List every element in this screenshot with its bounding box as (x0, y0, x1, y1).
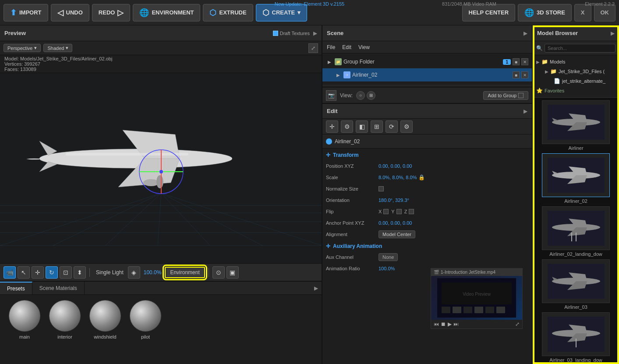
shaded-select[interactable]: Shaded ▾ (43, 44, 72, 52)
transform-btn[interactable]: ✛ (326, 120, 338, 133)
tree-group-folder[interactable]: ▶ 📁 Group Folder 1 ■ ✕ (322, 55, 532, 68)
material-item[interactable]: main (9, 300, 40, 339)
thumb-item-airliner-02[interactable]: Airliner_02 (541, 153, 611, 204)
edit-expand-button[interactable]: ▶ (523, 108, 527, 114)
tab-scene-materials[interactable]: Scene Materials (32, 282, 85, 294)
tree-expand-icon[interactable]: ▶ (326, 58, 333, 65)
tree-airliner-02[interactable]: ▶ ✈ Airliner_02 ■ ✕ (322, 68, 532, 81)
scene-expand-button[interactable]: ▶ (523, 30, 527, 36)
perspective-select[interactable]: Perspective ▾ (4, 44, 41, 52)
flip-label: Flip (326, 209, 378, 214)
redo-icon: ▷ (117, 8, 124, 18)
preview-expand-icon[interactable]: ▶ (313, 30, 317, 36)
material-btn[interactable]: ◧ (356, 120, 368, 133)
tree-model-expand[interactable]: ▶ (335, 71, 342, 78)
vertical-tool-button[interactable]: ⬍ (74, 266, 86, 279)
environment-toggle-button[interactable]: Environment (165, 267, 205, 278)
lock-icon[interactable]: 🔒 (418, 174, 425, 180)
memory-info: 831/2048 MB Video RAM (442, 1, 496, 7)
material-item-interior[interactable]: interior (49, 300, 81, 339)
select-tool-button[interactable]: ↖ (18, 266, 30, 279)
environment-button[interactable]: 🌐 ENVIRONMENT (133, 4, 200, 21)
tab-presets[interactable]: Presets (0, 282, 32, 294)
add-to-group-button[interactable]: Add to Group (483, 91, 528, 100)
light-toggle[interactable]: ◈ (128, 266, 140, 279)
store-button[interactable]: 🌐 3D STORE (518, 4, 572, 21)
import-button[interactable]: ⬆ IMPORT (4, 4, 48, 21)
draft-textures-checkbox[interactable] (273, 31, 278, 36)
rotate-tool-button[interactable]: ↻ (46, 266, 58, 279)
flip-y-checkbox[interactable] (396, 209, 402, 214)
scene-menu-edit[interactable]: Edit (342, 44, 351, 50)
flip-btn[interactable]: ⟳ (386, 120, 398, 133)
video-stop-btn[interactable]: ⏹ (441, 321, 446, 327)
draft-textures-control[interactable]: Draft Textures (273, 31, 310, 36)
video-end-btn[interactable]: ⏭ (453, 321, 459, 327)
settings-btn[interactable]: ⚙ (341, 120, 353, 133)
thumb-item-airliner-03-landing[interactable]: Airliner_03_landing_dow (541, 312, 611, 363)
material-item-pilot[interactable]: pilot (130, 300, 161, 339)
animation-ratio-value[interactable]: 100.0% (378, 266, 395, 271)
aux-channel-value[interactable]: None (378, 253, 398, 261)
tree-close-btn[interactable]: ✕ (521, 58, 528, 65)
panel-expand-button[interactable]: ▶ (311, 282, 322, 294)
store-icon: 🌐 (524, 8, 534, 18)
thumb-label-airliner-03-landing: Airliner_03_landing_dow (549, 357, 602, 363)
viewport[interactable] (0, 73, 322, 263)
viewport-fullscreen-button[interactable]: ⤢ (308, 43, 318, 53)
video-play-btn[interactable]: ▶ (448, 321, 452, 327)
position-value[interactable]: 0.00, 0.00, 0.00 (378, 163, 412, 169)
mb-root-item[interactable]: ▶ 📁 Models (536, 57, 615, 67)
camera-tool-button[interactable]: 📹 (4, 266, 16, 279)
anchor-value[interactable]: 0.00, 0.00, 0.00 (378, 220, 412, 226)
orbit-tool-button[interactable]: ⊙ (212, 266, 225, 279)
panel-tabs: Presets Scene Materials ▶ (0, 282, 322, 295)
camera-icon-btn[interactable]: 📷 (326, 90, 336, 101)
add-group-checkbox[interactable] (518, 93, 523, 98)
view-grid-btn[interactable]: ⊞ (367, 91, 375, 100)
model-visibility-btn[interactable]: ■ (513, 71, 520, 78)
video-start-btn[interactable]: ⏮ (434, 321, 439, 327)
orientation-value[interactable]: 180.0°, 329.3° (378, 198, 409, 203)
scene-menu-file[interactable]: File (327, 44, 335, 50)
top-bar: New Update: Element 3D v.2155 831/2048 M… (0, 0, 619, 25)
tree-visibility-btn[interactable]: ■ (513, 58, 520, 65)
video-expand-btn[interactable]: ⤢ (515, 321, 520, 327)
model-close-btn[interactable]: ✕ (521, 71, 528, 78)
scale-value[interactable]: 8.0%, 8.0%, 8.0% (378, 175, 417, 180)
flip-x-checkbox[interactable] (383, 209, 389, 214)
undo-button[interactable]: ◁ UNDO (51, 4, 89, 21)
mb-alt-item[interactable]: 📄 jet_strike_alternate_ (545, 76, 615, 86)
thumb-item-airliner-03[interactable]: Airliner_03 (541, 259, 611, 310)
create-icon: ⬡ (262, 8, 269, 18)
material-label-main: main (19, 334, 30, 339)
thumb-label-airliner: Airliner (568, 145, 583, 151)
flip-z-checkbox[interactable] (409, 209, 414, 214)
copy-btn[interactable]: ⊞ (371, 120, 383, 133)
alignment-row: Alignment Model Center (326, 229, 528, 240)
create-dropdown-arrow[interactable]: ▾ (297, 9, 301, 16)
thumb-item-airliner-02-landing[interactable]: Airliner_02_landing_dow (541, 206, 611, 257)
video-icon: 🎬 (434, 270, 439, 275)
render-tool-button[interactable]: ▣ (226, 266, 239, 279)
scene-menu-view[interactable]: View (358, 44, 370, 50)
mb-favorites-item[interactable]: ⭐ Favorites (536, 86, 615, 95)
fit-tool-button[interactable]: ⊡ (60, 266, 72, 279)
view-sphere-btn[interactable]: ○ (356, 91, 365, 100)
material-item-windshield[interactable]: windshield (89, 300, 121, 339)
alignment-button[interactable]: Model Center (378, 230, 415, 238)
search-input[interactable] (545, 44, 615, 53)
mb-expand-button[interactable]: ▶ (611, 30, 615, 36)
extrude-button[interactable]: ⬡ EXTRUDE (203, 4, 253, 21)
move-tool-button[interactable]: ✛ (32, 266, 44, 279)
thumb-item-airliner[interactable]: Airliner (541, 100, 611, 151)
toolbar-separator (89, 268, 90, 277)
mb-jet-strike-folder[interactable]: ▶ 📁 Jet_Strike_3D_Files ( (545, 67, 615, 76)
svg-rect-42 (485, 307, 494, 313)
mb-header: Model Browser ▶ (533, 25, 619, 41)
normalize-checkbox[interactable] (378, 186, 384, 191)
more-btn[interactable]: ⚙ (400, 120, 413, 133)
group-folder-label: Group Folder (343, 59, 501, 65)
redo-button[interactable]: REDO ▷ (92, 4, 131, 21)
undo-icon: ◁ (57, 8, 64, 18)
